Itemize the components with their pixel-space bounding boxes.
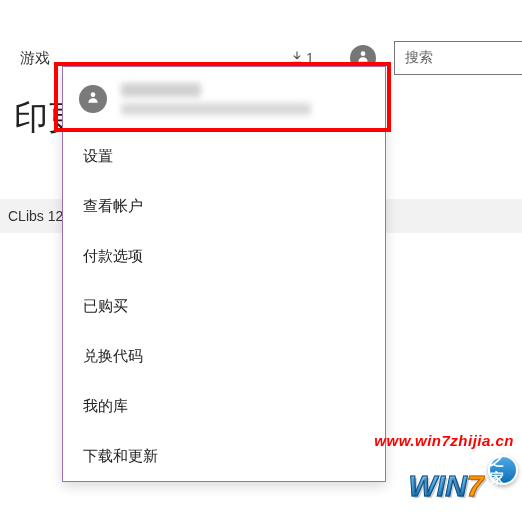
search-input[interactable]: 搜索	[394, 41, 522, 75]
menu-item-my-library[interactable]: 我的库	[63, 381, 385, 431]
app-name-fragment: CLibs 12	[8, 208, 63, 224]
user-info	[121, 83, 369, 115]
downloads-count: 1	[306, 50, 314, 66]
menu-label: 设置	[83, 147, 113, 166]
download-arrow-icon	[290, 50, 304, 67]
menu-item-purchased[interactable]: 已购买	[63, 281, 385, 331]
user-profile-row[interactable]	[63, 67, 385, 131]
menu-label: 已购买	[83, 297, 128, 316]
menu-item-settings[interactable]: 设置	[63, 131, 385, 181]
watermark-logo: WIN7 之家	[376, 457, 516, 509]
nav-games[interactable]: 游戏	[20, 49, 50, 68]
menu-label: 付款选项	[83, 247, 143, 266]
user-name-redacted	[121, 83, 201, 97]
user-email-redacted	[121, 103, 311, 115]
svg-point-0	[361, 51, 366, 56]
logo-text-win: WIN7	[408, 469, 483, 503]
logo-badge: 之家	[488, 455, 518, 485]
user-avatar-small	[79, 85, 107, 113]
menu-label: 我的库	[83, 397, 128, 416]
menu-label: 查看帐户	[83, 197, 143, 216]
menu-label: 下载和更新	[83, 447, 158, 466]
menu-item-payment-options[interactable]: 付款选项	[63, 231, 385, 281]
menu-item-redeem-code[interactable]: 兑换代码	[63, 331, 385, 381]
person-icon	[356, 49, 370, 67]
person-icon	[86, 90, 100, 108]
menu-item-view-account[interactable]: 查看帐户	[63, 181, 385, 231]
user-menu-dropdown: 设置 查看帐户 付款选项 已购买 兑换代码 我的库 下载和更新	[62, 66, 386, 482]
watermark-url: www.win7zhijia.cn	[374, 432, 514, 449]
downloads-indicator[interactable]: 1	[290, 50, 314, 67]
menu-label: 兑换代码	[83, 347, 143, 366]
svg-point-1	[91, 92, 96, 97]
menu-item-downloads-updates[interactable]: 下载和更新	[63, 431, 385, 481]
search-placeholder: 搜索	[405, 49, 433, 67]
